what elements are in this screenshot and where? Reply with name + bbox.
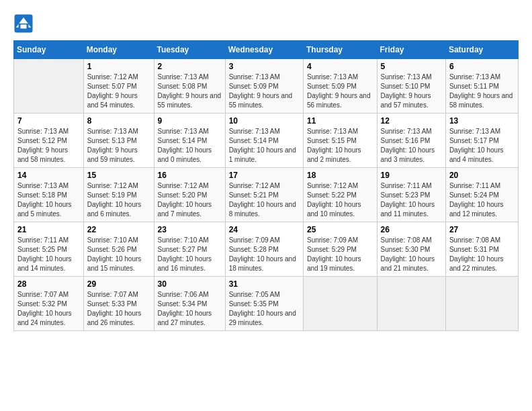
day-cell: 25Sunrise: 7:09 AMSunset: 5:29 PMDayligh… — [303, 222, 377, 277]
day-cell: 12Sunrise: 7:13 AMSunset: 5:16 PMDayligh… — [377, 113, 445, 168]
day-number: 1 — [87, 62, 150, 71]
day-number: 15 — [87, 171, 150, 180]
calendar-table: SundayMondayTuesdayWednesdayThursdayFrid… — [13, 40, 519, 331]
day-info: Sunrise: 7:13 AMSunset: 5:13 PMDaylight:… — [87, 127, 150, 165]
day-cell: 3Sunrise: 7:13 AMSunset: 5:09 PMDaylight… — [225, 59, 303, 113]
day-info: Sunrise: 7:05 AMSunset: 5:35 PMDaylight:… — [229, 290, 300, 328]
day-cell: 10Sunrise: 7:13 AMSunset: 5:14 PMDayligh… — [225, 113, 303, 168]
calendar-body: 1Sunrise: 7:12 AMSunset: 5:07 PMDaylight… — [14, 59, 519, 331]
day-number: 9 — [158, 116, 222, 126]
day-info: Sunrise: 7:10 AMSunset: 5:27 PMDaylight:… — [158, 236, 222, 273]
day-cell — [445, 277, 518, 331]
day-number: 28 — [17, 279, 80, 289]
week-row-0: 1Sunrise: 7:12 AMSunset: 5:07 PMDaylight… — [14, 59, 519, 113]
day-number: 19 — [381, 171, 442, 180]
day-info: Sunrise: 7:13 AMSunset: 5:17 PMDaylight:… — [449, 127, 515, 165]
calendar-header: SundayMondayTuesdayWednesdayThursdayFrid… — [14, 41, 519, 59]
week-row-1: 7Sunrise: 7:13 AMSunset: 5:12 PMDaylight… — [14, 113, 519, 168]
day-cell: 30Sunrise: 7:06 AMSunset: 5:34 PMDayligh… — [154, 277, 225, 331]
day-number: 5 — [381, 62, 442, 71]
day-cell: 28Sunrise: 7:07 AMSunset: 5:32 PMDayligh… — [14, 277, 84, 331]
page-header — [13, 13, 519, 34]
day-info: Sunrise: 7:10 AMSunset: 5:26 PMDaylight:… — [87, 236, 150, 273]
day-info: Sunrise: 7:13 AMSunset: 5:09 PMDaylight:… — [307, 73, 373, 110]
day-info: Sunrise: 7:13 AMSunset: 5:18 PMDaylight:… — [17, 181, 80, 219]
day-cell — [303, 277, 377, 331]
day-info: Sunrise: 7:11 AMSunset: 5:23 PMDaylight:… — [381, 181, 442, 219]
day-cell: 29Sunrise: 7:07 AMSunset: 5:33 PMDayligh… — [83, 277, 154, 331]
day-info: Sunrise: 7:13 AMSunset: 5:10 PMDaylight:… — [381, 73, 442, 110]
day-cell: 17Sunrise: 7:12 AMSunset: 5:21 PMDayligh… — [225, 168, 303, 222]
day-number: 10 — [229, 116, 300, 126]
day-cell: 11Sunrise: 7:13 AMSunset: 5:15 PMDayligh… — [303, 113, 377, 168]
day-info: Sunrise: 7:13 AMSunset: 5:14 PMDaylight:… — [158, 127, 222, 165]
day-info: Sunrise: 7:13 AMSunset: 5:11 PMDaylight:… — [449, 73, 515, 110]
day-info: Sunrise: 7:07 AMSunset: 5:33 PMDaylight:… — [87, 290, 150, 328]
day-info: Sunrise: 7:13 AMSunset: 5:14 PMDaylight:… — [229, 127, 300, 165]
day-info: Sunrise: 7:08 AMSunset: 5:30 PMDaylight:… — [381, 236, 442, 273]
day-cell: 27Sunrise: 7:08 AMSunset: 5:31 PMDayligh… — [445, 222, 518, 277]
header-cell-tuesday: Tuesday — [154, 41, 225, 59]
day-info: Sunrise: 7:08 AMSunset: 5:31 PMDaylight:… — [449, 236, 515, 273]
day-info: Sunrise: 7:12 AMSunset: 5:21 PMDaylight:… — [229, 181, 300, 219]
day-number: 8 — [87, 116, 150, 126]
day-number: 24 — [229, 225, 300, 234]
day-info: Sunrise: 7:07 AMSunset: 5:32 PMDaylight:… — [17, 290, 80, 328]
day-cell: 18Sunrise: 7:12 AMSunset: 5:22 PMDayligh… — [303, 168, 377, 222]
day-info: Sunrise: 7:13 AMSunset: 5:16 PMDaylight:… — [381, 127, 442, 165]
logo-icon — [13, 13, 34, 34]
day-cell: 31Sunrise: 7:05 AMSunset: 5:35 PMDayligh… — [225, 277, 303, 331]
day-info: Sunrise: 7:09 AMSunset: 5:29 PMDaylight:… — [307, 236, 373, 273]
day-number: 13 — [449, 116, 515, 126]
header-row: SundayMondayTuesdayWednesdayThursdayFrid… — [14, 41, 519, 59]
day-info: Sunrise: 7:09 AMSunset: 5:28 PMDaylight:… — [229, 236, 300, 273]
day-cell: 8Sunrise: 7:13 AMSunset: 5:13 PMDaylight… — [83, 113, 154, 168]
day-cell: 16Sunrise: 7:12 AMSunset: 5:20 PMDayligh… — [154, 168, 225, 222]
day-number: 27 — [449, 225, 515, 234]
day-number: 6 — [449, 62, 515, 71]
day-number: 18 — [307, 171, 373, 180]
day-number: 25 — [307, 225, 373, 234]
day-info: Sunrise: 7:12 AMSunset: 5:07 PMDaylight:… — [87, 73, 150, 110]
day-cell: 15Sunrise: 7:12 AMSunset: 5:19 PMDayligh… — [83, 168, 154, 222]
day-cell: 23Sunrise: 7:10 AMSunset: 5:27 PMDayligh… — [154, 222, 225, 277]
day-number: 17 — [229, 171, 300, 180]
header-cell-sunday: Sunday — [14, 41, 84, 59]
day-number: 23 — [158, 225, 222, 234]
svg-rect-3 — [21, 25, 27, 29]
day-number: 2 — [158, 62, 222, 71]
day-number: 11 — [307, 116, 373, 126]
day-cell: 22Sunrise: 7:10 AMSunset: 5:26 PMDayligh… — [83, 222, 154, 277]
day-cell: 7Sunrise: 7:13 AMSunset: 5:12 PMDaylight… — [14, 113, 84, 168]
day-cell: 5Sunrise: 7:13 AMSunset: 5:10 PMDaylight… — [377, 59, 445, 113]
day-cell: 1Sunrise: 7:12 AMSunset: 5:07 PMDaylight… — [83, 59, 154, 113]
day-cell: 9Sunrise: 7:13 AMSunset: 5:14 PMDaylight… — [154, 113, 225, 168]
day-info: Sunrise: 7:13 AMSunset: 5:09 PMDaylight:… — [229, 73, 300, 110]
day-cell: 24Sunrise: 7:09 AMSunset: 5:28 PMDayligh… — [225, 222, 303, 277]
day-cell: 14Sunrise: 7:13 AMSunset: 5:18 PMDayligh… — [14, 168, 84, 222]
day-number: 4 — [307, 62, 373, 71]
day-info: Sunrise: 7:12 AMSunset: 5:20 PMDaylight:… — [158, 181, 222, 219]
day-cell: 20Sunrise: 7:11 AMSunset: 5:24 PMDayligh… — [445, 168, 518, 222]
header-cell-thursday: Thursday — [303, 41, 377, 59]
header-cell-saturday: Saturday — [445, 41, 518, 59]
day-cell: 21Sunrise: 7:11 AMSunset: 5:25 PMDayligh… — [14, 222, 84, 277]
day-cell: 2Sunrise: 7:13 AMSunset: 5:08 PMDaylight… — [154, 59, 225, 113]
day-info: Sunrise: 7:12 AMSunset: 5:19 PMDaylight:… — [87, 181, 150, 219]
day-info: Sunrise: 7:12 AMSunset: 5:22 PMDaylight:… — [307, 181, 373, 219]
day-info: Sunrise: 7:11 AMSunset: 5:25 PMDaylight:… — [17, 236, 80, 273]
logo — [13, 13, 36, 34]
day-info: Sunrise: 7:13 AMSunset: 5:15 PMDaylight:… — [307, 127, 373, 165]
week-row-3: 21Sunrise: 7:11 AMSunset: 5:25 PMDayligh… — [14, 222, 519, 277]
day-number: 21 — [17, 225, 80, 234]
day-cell: 13Sunrise: 7:13 AMSunset: 5:17 PMDayligh… — [445, 113, 518, 168]
day-number: 16 — [158, 171, 222, 180]
day-cell — [14, 59, 84, 113]
day-number: 22 — [87, 225, 150, 234]
week-row-4: 28Sunrise: 7:07 AMSunset: 5:32 PMDayligh… — [14, 277, 519, 331]
day-number: 14 — [17, 171, 80, 180]
day-cell: 4Sunrise: 7:13 AMSunset: 5:09 PMDaylight… — [303, 59, 377, 113]
header-cell-friday: Friday — [377, 41, 445, 59]
day-cell: 19Sunrise: 7:11 AMSunset: 5:23 PMDayligh… — [377, 168, 445, 222]
day-cell: 6Sunrise: 7:13 AMSunset: 5:11 PMDaylight… — [445, 59, 518, 113]
